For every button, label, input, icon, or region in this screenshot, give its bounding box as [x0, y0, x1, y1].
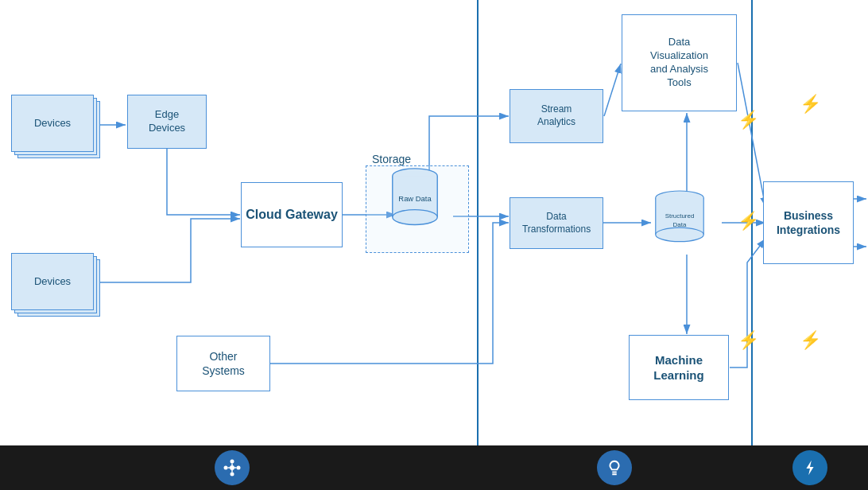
lightning-4: ⚡: [800, 94, 821, 115]
svg-point-16: [393, 210, 437, 225]
separator-1: [477, 0, 479, 445]
data-transformations-box: DataTransformations: [510, 197, 603, 249]
storage-label: Storage: [372, 153, 411, 165]
diagram-area: Devices EdgeDevices Cloud Gateway Device…: [0, 0, 868, 445]
svg-point-22: [656, 228, 703, 242]
devices2-box: Devices: [11, 253, 94, 310]
edge-devices-box: EdgeDevices: [127, 95, 207, 149]
lightning-1: ⚡: [738, 110, 759, 130]
hub-icon-circle[interactable]: [215, 450, 250, 485]
bulb-icon-circle[interactable]: [597, 450, 632, 485]
bolt-icon-circle[interactable]: [792, 450, 827, 485]
cloud-gateway-box: Cloud Gateway: [241, 182, 343, 247]
structured-data-cylinder: Structured Data: [652, 187, 707, 251]
svg-text:Structured: Structured: [665, 212, 695, 220]
svg-point-32: [231, 472, 234, 476]
lightning-3: ⚡: [738, 330, 759, 351]
svg-point-30: [231, 460, 234, 464]
lightning-2: ⚡: [738, 211, 759, 231]
bottom-bar: [0, 445, 868, 490]
business-integrations-box: BusinessIntegrations: [763, 181, 854, 264]
raw-data-cylinder: Raw Data: [387, 167, 443, 231]
machine-learning-box: MachineLearning: [629, 335, 729, 400]
svg-line-4: [604, 64, 621, 116]
devices1-box: Devices: [11, 95, 94, 152]
svg-point-25: [230, 465, 234, 470]
other-systems-box: OtherSystems: [176, 336, 270, 391]
svg-text:Data: Data: [673, 221, 687, 228]
lightning-5: ⚡: [800, 330, 821, 351]
stream-analytics-box: StreamAnalytics: [510, 89, 603, 143]
svg-marker-35: [806, 461, 813, 475]
svg-point-28: [237, 466, 241, 470]
svg-point-26: [224, 466, 228, 470]
svg-text:Raw Data: Raw Data: [398, 194, 432, 203]
data-viz-box: DataVisualizationand AnalysisTools: [622, 14, 737, 111]
